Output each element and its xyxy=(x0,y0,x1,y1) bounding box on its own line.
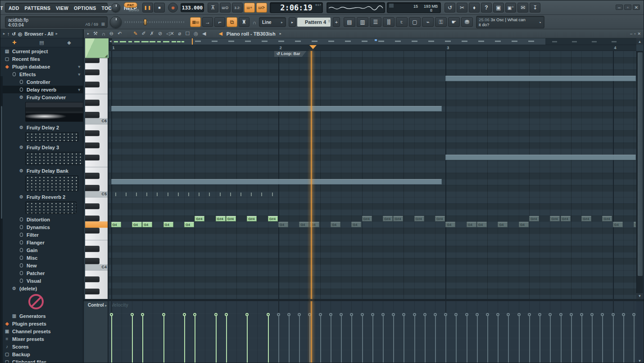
piano-key-black[interactable] xyxy=(85,112,100,118)
blend-recording-icon[interactable]: ш+ xyxy=(244,3,255,13)
velocity-stem[interactable] xyxy=(111,316,112,363)
ghost-velocity-stem[interactable] xyxy=(278,316,279,363)
ghost-velocity-stem[interactable] xyxy=(540,316,540,363)
ghost-velocity-stem[interactable] xyxy=(383,316,384,363)
browser-scrollbar-thumb[interactable] xyxy=(1,106,2,219)
velocity-handle[interactable] xyxy=(162,313,165,316)
velocity-handle[interactable] xyxy=(110,313,113,316)
piano-key-white[interactable] xyxy=(85,252,109,258)
browser-item-visual[interactable]: Visual xyxy=(0,277,83,285)
octave-key-C4[interactable]: C4 xyxy=(85,264,109,271)
menu-view[interactable]: VIEW xyxy=(53,5,71,11)
snap-selector[interactable]: Line ▸ xyxy=(259,17,286,27)
velocity-handle[interactable] xyxy=(590,313,594,316)
ghost-velocity-stem[interactable] xyxy=(550,316,551,363)
draw-tool-icon[interactable]: ✎ xyxy=(133,31,137,37)
channel-rack-icon[interactable]: ☰ xyxy=(370,17,381,27)
slice-tool-icon[interactable]: ⌀ xyxy=(178,31,181,37)
piano-key-black[interactable] xyxy=(85,185,100,191)
browser-item-recent-files[interactable]: ▢Recent files xyxy=(0,55,83,63)
velocity-handle[interactable] xyxy=(632,313,635,316)
piano-roll-navigator[interactable]: ◂ xyxy=(109,38,636,45)
piano-key-black[interactable] xyxy=(85,203,100,210)
browser-item-backup[interactable]: ▢Backup xyxy=(0,350,83,358)
note-slide-icon[interactable]: ⌐ xyxy=(214,17,225,27)
velocity-stem[interactable] xyxy=(226,316,227,363)
ghost-velocity-stem[interactable] xyxy=(592,316,593,363)
piano-key-black[interactable] xyxy=(85,173,100,179)
browser-item-distortion[interactable]: Distortion xyxy=(0,216,83,223)
download-icon[interactable]: ↧ xyxy=(530,3,540,13)
piano-key-white[interactable] xyxy=(85,197,109,203)
browser-item-generators[interactable]: ▥Generators xyxy=(0,312,83,320)
piano-key-white[interactable] xyxy=(85,282,109,289)
piano-key-white[interactable] xyxy=(85,270,109,276)
ghost-note[interactable]: G#4 xyxy=(561,216,571,221)
touch-icon[interactable]: ☛ xyxy=(448,17,460,27)
velocity-handle[interactable] xyxy=(298,313,301,316)
ghost-note[interactable]: G4 xyxy=(519,222,529,227)
ghost-velocity-stem[interactable] xyxy=(581,316,582,363)
browser-item-flanger[interactable]: Flanger xyxy=(0,239,83,246)
pr-close-icon[interactable]: ✕ xyxy=(637,32,641,36)
long-slide-note[interactable] xyxy=(445,155,636,160)
velocity-handle[interactable] xyxy=(193,313,196,316)
note[interactable]: G4 xyxy=(142,222,152,227)
velocity-handle[interactable] xyxy=(340,313,343,316)
velocity-handle[interactable] xyxy=(225,313,228,316)
zoom-tool-icon[interactable]: ◎ xyxy=(194,31,198,37)
save-icon[interactable]: ▣ xyxy=(493,3,504,13)
navigator-left-arrow[interactable]: ◂ xyxy=(109,39,112,43)
piano-key-black[interactable] xyxy=(85,82,100,88)
ghost-velocity-stem[interactable] xyxy=(372,316,373,363)
touch-controller-icon[interactable]: ♜ xyxy=(239,17,249,27)
velocity-handle[interactable] xyxy=(329,313,332,316)
ghost-velocity-stem[interactable] xyxy=(445,316,446,363)
loop-marker[interactable]: ↺ Loop: Bar xyxy=(274,51,307,57)
note-grid[interactable]: G4G4G4G4G4G#4G#4G#4G#4G#4G4G4G4G4G4G#4G#… xyxy=(109,51,636,299)
menu-patterns[interactable]: PATTERNS xyxy=(22,5,53,11)
piano-key-white[interactable] xyxy=(85,294,109,299)
browser-item-patcher[interactable]: Patcher xyxy=(0,269,83,277)
velocity-handle[interactable] xyxy=(267,313,270,316)
browser-item-gain[interactable]: Gain xyxy=(0,246,83,254)
ghost-velocity-stem[interactable] xyxy=(404,316,404,363)
select-tool-icon[interactable]: ☐ xyxy=(185,31,190,37)
velocity-handle[interactable] xyxy=(454,313,458,316)
pat-mode-button[interactable]: PAT xyxy=(124,2,137,8)
ghost-velocity-stem[interactable] xyxy=(602,316,603,363)
lane-scroll-down-icon[interactable]: ▼ xyxy=(636,359,643,363)
piano-key-black[interactable] xyxy=(85,100,100,106)
note[interactable]: G#4 xyxy=(247,216,257,221)
shuffle-slider[interactable] xyxy=(125,21,185,23)
countdown-icon[interactable]: 3.2: xyxy=(232,3,243,13)
shuffle-slider-handle[interactable] xyxy=(144,19,147,25)
ghost-note[interactable]: G4 xyxy=(634,222,636,227)
velocity-handle[interactable] xyxy=(434,313,437,316)
browser-item-fruity-delay-3[interactable]: ⚙Fruity Delay 3 xyxy=(0,143,83,151)
ghost-note[interactable]: G#4 xyxy=(362,216,372,221)
ghost-note[interactable]: G4 xyxy=(467,222,476,227)
browser-item-fruity-reeverb-2[interactable]: ⚙Fruity Reeverb 2 xyxy=(0,193,83,201)
note[interactable]: G4 xyxy=(184,222,194,227)
velocity-handle[interactable] xyxy=(496,313,499,316)
delete-tool-icon[interactable]: ⊘ xyxy=(158,31,162,37)
ghost-velocity-stem[interactable] xyxy=(331,316,331,363)
browser-up-icon[interactable]: ↑ xyxy=(7,31,9,37)
ghost-velocity-stem[interactable] xyxy=(477,316,478,363)
scroll-up-icon[interactable]: ▲ xyxy=(636,39,643,45)
piano-key-black[interactable] xyxy=(85,258,100,264)
note[interactable]: G#4 xyxy=(216,216,226,221)
browser-menu-arrow[interactable]: ▸ xyxy=(3,32,5,36)
scroll-down-icon[interactable]: ▼ xyxy=(636,293,643,299)
ghost-note[interactable]: G#4 xyxy=(550,216,560,221)
piano-key-white[interactable] xyxy=(85,124,109,130)
typing-keyboard-icon[interactable]: ▦ш xyxy=(190,17,201,27)
velocity-stem[interactable] xyxy=(268,316,269,363)
piano-key-black[interactable] xyxy=(85,228,100,234)
metronome-icon[interactable]: ⊼ xyxy=(208,3,218,13)
piano-key-white[interactable] xyxy=(85,167,109,173)
velocity-handle[interactable] xyxy=(444,313,447,316)
piano-keyboard[interactable]: C6C5C4 xyxy=(85,51,109,299)
velocity-handle[interactable] xyxy=(319,313,322,316)
